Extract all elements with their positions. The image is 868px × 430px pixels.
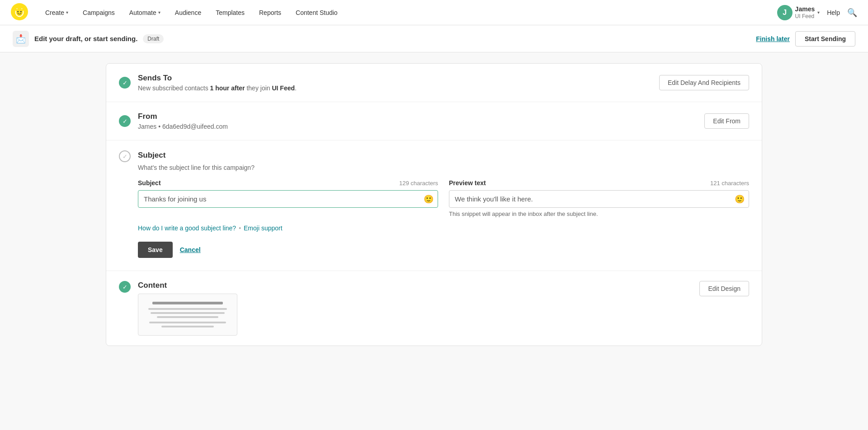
preview-input-wrap: 🙂 — [449, 190, 749, 208]
nav-create[interactable]: Create ▾ — [39, 5, 75, 20]
nav-right: J James UI Feed ▾ Help 🔍 — [777, 5, 857, 20]
user-menu[interactable]: J James UI Feed ▾ — [777, 5, 820, 20]
sends-to-bold: 1 hour after — [210, 84, 245, 92]
content-section: ✓ Content Edit Design — [106, 271, 762, 346]
from-check: ✓ — [119, 115, 131, 127]
main-content: ✓ Sends To New subscribed contacts 1 hou… — [95, 63, 773, 346]
subject-header-text: Subject — [138, 151, 165, 162]
nav-create-label: Create — [45, 9, 64, 16]
nav-automate[interactable]: Automate ▾ — [123, 5, 167, 20]
preview-text-input[interactable] — [449, 190, 749, 208]
cancel-button[interactable]: Cancel — [180, 246, 201, 253]
subject-line-help-link[interactable]: How do I write a good subject line? — [138, 224, 236, 232]
nav-automate-label: Automate — [129, 9, 156, 16]
sends-to-content: Sends To New subscribed contacts 1 hour … — [138, 74, 652, 92]
avatar: J — [777, 5, 793, 20]
svg-point-4 — [20, 11, 22, 13]
content-action: Edit Design — [699, 281, 749, 296]
nav-items: Create ▾ Campaigns Automate ▾ Audience T… — [39, 5, 774, 20]
svg-point-7 — [21, 9, 24, 11]
sends-to-pre: New subscribed contacts — [138, 84, 210, 92]
from-content: From James • 6da6ed9d@uifeed.com — [138, 112, 697, 130]
subject-section: ✓ Subject What's the subject line for th… — [106, 140, 762, 271]
nav-campaigns-label: Campaigns — [83, 9, 115, 16]
content-body: Content — [138, 281, 692, 336]
from-sep: • — [158, 123, 162, 130]
from-name: James — [138, 123, 156, 130]
nav-content-studio[interactable]: Content Studio — [289, 5, 344, 20]
from-title: From — [138, 112, 697, 121]
subject-check: ✓ — [119, 150, 131, 162]
nav-reports-label: Reports — [259, 9, 281, 16]
subject-fields-row: Subject 129 characters 🙂 Preview text 12… — [138, 179, 749, 217]
user-chevron: ▾ — [817, 10, 820, 15]
draft-badge: Draft — [143, 34, 164, 43]
subject-label: Subject — [138, 179, 161, 187]
subject-char-count: 129 characters — [399, 180, 438, 187]
sends-to-action: Edit Delay And Recipients — [659, 75, 749, 90]
nav-automate-chevron: ▾ — [158, 10, 160, 15]
search-icon[interactable]: 🔍 — [847, 8, 857, 18]
preview-hint: This snippet will appear in the inbox af… — [449, 210, 749, 217]
content-title: Content — [138, 281, 692, 290]
content-preview — [138, 294, 237, 336]
nav-reports[interactable]: Reports — [253, 5, 288, 20]
top-nav: Create ▾ Campaigns Automate ▾ Audience T… — [0, 0, 868, 25]
subject-title: Subject — [138, 151, 165, 160]
from-subtitle: James • 6da6ed9d@uifeed.com — [138, 123, 697, 130]
svg-point-3 — [17, 11, 19, 13]
emoji-support-link[interactable]: Emoji support — [244, 224, 283, 232]
subject-input[interactable] — [138, 190, 438, 208]
nav-content-studio-label: Content Studio — [296, 9, 338, 16]
preview-label-row: Preview text 121 characters — [449, 179, 749, 187]
subject-header: ✓ Subject — [119, 150, 749, 162]
draft-bar: 📩 Edit your draft, or start sending. Dra… — [0, 25, 868, 52]
help-link[interactable]: Help — [827, 9, 840, 16]
sends-to-brand: UI Feed — [272, 84, 295, 92]
edit-from-button[interactable]: Edit From — [704, 113, 749, 129]
from-email: 6da6ed9d@uifeed.com — [162, 123, 228, 130]
nav-create-chevron: ▾ — [66, 10, 68, 15]
finish-later-button[interactable]: Finish later — [756, 35, 790, 42]
subject-input-wrap: 🙂 — [138, 190, 438, 208]
edit-design-button[interactable]: Edit Design — [699, 281, 749, 296]
subject-links-row: How do I write a good subject line? • Em… — [138, 224, 749, 232]
from-section: ✓ From James • 6da6ed9d@uifeed.com Edit … — [106, 102, 762, 140]
preview-char-count: 121 characters — [710, 180, 749, 187]
sends-to-section: ✓ Sends To New subscribed contacts 1 hou… — [106, 64, 762, 102]
logo[interactable] — [11, 3, 35, 22]
nav-campaigns[interactable]: Campaigns — [76, 5, 121, 20]
subject-description: What's the subject line for this campaig… — [138, 164, 749, 171]
draft-bar-actions: Finish later Start Sending — [756, 31, 855, 47]
sends-to-post: they join — [245, 84, 272, 92]
preview-text-field-group: Preview text 121 characters 🙂 This snipp… — [449, 179, 749, 217]
subject-body: What's the subject line for this campaig… — [138, 164, 749, 258]
campaign-card: ✓ Sends To New subscribed contacts 1 hou… — [106, 63, 762, 346]
subject-emoji-button[interactable]: 🙂 — [424, 194, 434, 204]
subject-label-row: Subject 129 characters — [138, 179, 438, 187]
preview-text-label: Preview text — [449, 179, 486, 187]
draft-icon: 📩 — [13, 31, 29, 47]
sends-to-check: ✓ — [119, 77, 131, 89]
sends-to-period: . — [295, 84, 297, 92]
nav-templates-label: Templates — [216, 9, 245, 16]
user-text: James UI Feed — [795, 5, 815, 19]
save-button[interactable]: Save — [138, 242, 173, 258]
svg-point-6 — [15, 9, 18, 11]
edit-delay-recipients-button[interactable]: Edit Delay And Recipients — [659, 75, 749, 90]
start-sending-button[interactable]: Start Sending — [795, 31, 855, 47]
subject-field-group: Subject 129 characters 🙂 — [138, 179, 438, 217]
from-action: Edit From — [704, 113, 749, 129]
links-separator: • — [239, 224, 241, 232]
preview-emoji-button[interactable]: 🙂 — [735, 194, 745, 204]
subject-actions: Save Cancel — [138, 242, 749, 258]
user-name: James — [795, 5, 815, 13]
sends-to-title: Sends To — [138, 74, 652, 83]
nav-audience[interactable]: Audience — [169, 5, 208, 20]
draft-bar-title: Edit your draft, or start sending. — [34, 35, 137, 42]
nav-templates[interactable]: Templates — [209, 5, 251, 20]
user-sub: UI Feed — [795, 13, 815, 19]
nav-audience-label: Audience — [175, 9, 201, 16]
sends-to-subtitle: New subscribed contacts 1 hour after the… — [138, 84, 652, 92]
content-check: ✓ — [119, 281, 131, 293]
